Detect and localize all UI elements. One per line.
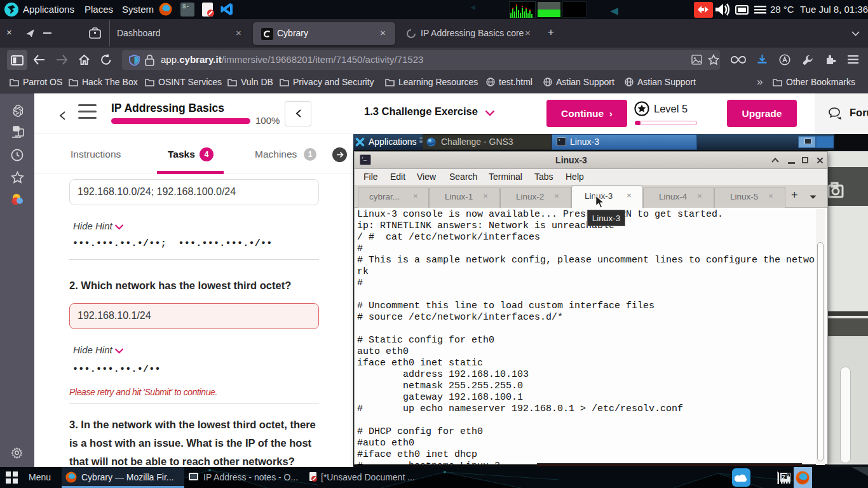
svg-text:z: z — [787, 473, 789, 477]
svg-text:Z: Z — [782, 474, 786, 480]
